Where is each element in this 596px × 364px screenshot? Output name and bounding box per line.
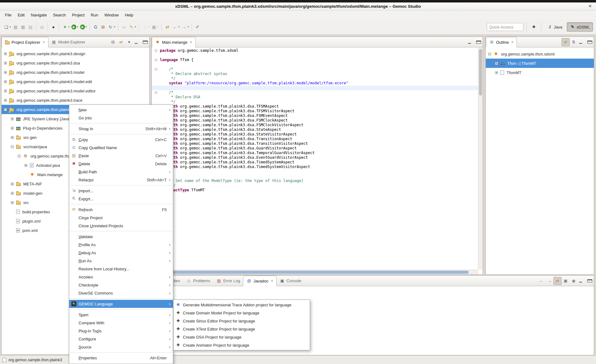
dropdown-caret-icon[interactable]: ▾	[86, 25, 87, 28]
close-window-button[interactable]: ×	[589, 3, 592, 9]
forward-button[interactable]: →	[545, 277, 553, 285]
save-button[interactable]: ▦	[12, 23, 19, 31]
menu-item-source[interactable]: Source›	[69, 343, 173, 351]
tree-item-org-gemoc-sample-tfsm-plaink3-model[interactable]: org.gemoc.sample.tfsm.plaink3.model	[2, 68, 149, 77]
submenu-item-create-dsa-project-for-language[interactable]: ✚Create DSA Project for language	[174, 333, 310, 341]
link-button[interactable]: ⇄	[117, 38, 125, 46]
open-console-button[interactable]: ▣	[562, 277, 570, 285]
view-menu-button[interactable]: ▾	[125, 38, 133, 46]
dropdown-caret-icon[interactable]: ▾	[148, 25, 149, 28]
dropdown-caret-icon[interactable]: ▾	[187, 25, 189, 28]
menubar-item-window[interactable]: Window	[101, 11, 122, 19]
menu-item-close-unrelated-projects[interactable]: Close Unrelated Projects	[69, 222, 173, 230]
forward-history-button[interactable]: →▾	[180, 23, 190, 31]
expand-icon[interactable]	[495, 62, 498, 65]
tab-error-log[interactable]: ▤Error Log	[213, 276, 243, 286]
dropdown-caret-icon[interactable]: ▾	[135, 25, 136, 28]
tree-item-tfsmmt[interactable]: TfsmMT	[486, 68, 594, 77]
menu-item-go-into[interactable]: Go Into	[69, 114, 173, 122]
link-button[interactable]: ⇄	[562, 38, 570, 46]
menu-item-debug-as[interactable]: Debug As›	[69, 249, 173, 257]
scrollbar-thumb[interactable]	[152, 271, 469, 274]
collapse-icon[interactable]	[11, 145, 14, 148]
min-button[interactable]	[467, 38, 475, 46]
menu-item-team[interactable]: Team›	[69, 311, 173, 319]
tree-item-org-gemoc-sample-tfsm-plaink3-dsa[interactable]: org.gemoc.sample.tfsm.plaink3.dsa	[2, 58, 149, 68]
code-editor[interactable]: package org.gemoc.sample.tfsm.xdsmllangu…	[152, 48, 478, 270]
expand-icon[interactable]	[4, 52, 7, 55]
dropdown-caret-icon[interactable]: ▾	[77, 25, 78, 28]
tab-console[interactable]: ▣Console	[277, 276, 305, 286]
back-button[interactable]: ←	[537, 277, 545, 285]
tree-item-tfsm-tfsmmt[interactable]: Tfsm ◁ TfsmMT	[486, 59, 594, 68]
max-button[interactable]	[586, 38, 594, 46]
tree-item-org-gemoc-sample-tfsm-plaink3-model-edit[interactable]: org.gemoc.sample.tfsm.plaink3.model.edit	[2, 77, 149, 86]
expand-icon[interactable]	[11, 136, 14, 139]
expand-icon[interactable]	[25, 164, 27, 167]
tab-javadoc[interactable]: @Javadoc×	[243, 276, 276, 286]
menu-item-copy[interactable]: ⧉CopyCtrl+C	[69, 135, 173, 144]
menu-item-delete[interactable]: ✖DeleteDelete	[69, 160, 173, 168]
pin-button[interactable]: ◉	[570, 277, 578, 285]
close-tab-icon[interactable]: ×	[271, 279, 273, 283]
print-button[interactable]: ▤	[27, 23, 34, 31]
tab-outline[interactable]: ⊞Outline×	[486, 37, 517, 47]
menu-item-copy-qualified-name[interactable]: ⧉Copy Qualified Name	[69, 144, 173, 152]
expand-icon[interactable]	[4, 90, 7, 92]
editor-vertical-scrollbar[interactable]	[478, 48, 483, 270]
debug-button[interactable]: ✶▾	[61, 23, 70, 31]
submenu-item-create-xtext-editor-project-for-language[interactable]: ✚Create XText Editor Project for languag…	[174, 325, 310, 333]
tab-model-explorer[interactable]: ▦Model Explorer	[48, 37, 88, 47]
submenu-item-generate-multidimensional-trace-addon-project-for-language[interactable]: ❋Generate Multidimensional Trace Addon p…	[174, 301, 310, 309]
back-history-button[interactable]: ←▾	[171, 23, 180, 31]
profile-button[interactable]: ▶▾	[79, 23, 88, 31]
collapse-icon[interactable]	[488, 53, 491, 55]
annotate-button[interactable]: ✎▾	[128, 23, 137, 31]
run-last-tool-button[interactable]: ◎	[38, 23, 46, 31]
menu-item-build-path[interactable]: Build Path›	[69, 168, 173, 176]
fold-region[interactable]	[152, 48, 160, 53]
submenu-item-create-animator-project-for-language[interactable]: ✚Create Animator Project for language	[174, 341, 310, 349]
fold-collapse-icon[interactable]	[155, 68, 157, 71]
editor-horizontal-scrollbar[interactable]	[152, 270, 478, 274]
menu-item-diverse-commons[interactable]: DiverSE Commons›	[69, 289, 173, 297]
save-all-button[interactable]: ▩	[19, 23, 27, 31]
fold-collapse-icon[interactable]	[155, 59, 157, 61]
close-tab-icon[interactable]: ×	[190, 40, 192, 44]
menu-item-acceleo[interactable]: Acceleo›	[69, 273, 173, 281]
perspective-java[interactable]: JJava	[544, 22, 565, 32]
acceleo-button[interactable]: ●	[50, 23, 57, 31]
expand-icon[interactable]	[11, 192, 14, 195]
menu-item-new[interactable]: New›	[69, 106, 173, 114]
close-tab-icon[interactable]: ×	[511, 40, 513, 44]
quick-access-input[interactable]	[487, 23, 523, 31]
menubar-item-help[interactable]: Help	[122, 11, 136, 19]
menu-item-export[interactable]: ⇱Export...	[69, 195, 173, 203]
menu-item-refactor[interactable]: RefactorShift+Alt+T›	[69, 176, 173, 184]
menu-item-compare-with[interactable]: Compare With›	[69, 319, 173, 327]
expand-icon[interactable]	[11, 118, 14, 120]
menubar-item-project[interactable]: Project	[69, 11, 88, 19]
collapse-all-button[interactable]: ⊟	[109, 38, 117, 46]
perspective-xdsml[interactable]: ✎xDSML	[567, 22, 593, 32]
tree-item-org-gemoc-sample-tfsm-plaink3-design[interactable]: org.gemoc.sample.tfsm.plaink3.design	[2, 49, 149, 58]
scrollbar-thumb[interactable]	[479, 49, 482, 95]
expand-icon[interactable]	[11, 127, 14, 130]
menu-item-plug-in-tools[interactable]: Plug-in Tools›	[69, 327, 173, 335]
menubar-item-file[interactable]: File	[2, 11, 15, 19]
min-button[interactable]	[133, 38, 141, 46]
fold-region[interactable]	[152, 90, 160, 95]
new-wizard-button[interactable]: ❏▾	[2, 23, 12, 31]
collapse-icon[interactable]	[4, 108, 7, 111]
menu-item-profile-as[interactable]: Profile As›	[69, 241, 173, 249]
menubar-item-navigate[interactable]: Navigate	[28, 11, 50, 19]
menu-item-paste[interactable]: ▤PasteCtrl+V	[69, 152, 173, 160]
submenu-item-create-domain-model-project-for-language[interactable]: ✚Create Domain Model Project for languag…	[174, 309, 310, 317]
dropdown-caret-icon[interactable]: ▾	[114, 25, 115, 28]
dropdown-caret-icon[interactable]: ▾	[10, 25, 11, 28]
menubar-item-search[interactable]: Search	[50, 11, 69, 19]
link-button[interactable]: ⇄	[553, 277, 562, 285]
import-wizard-button[interactable]: ▱	[120, 23, 128, 31]
max-button[interactable]	[141, 38, 149, 46]
menu-item-run-as[interactable]: Run As›	[69, 257, 173, 265]
